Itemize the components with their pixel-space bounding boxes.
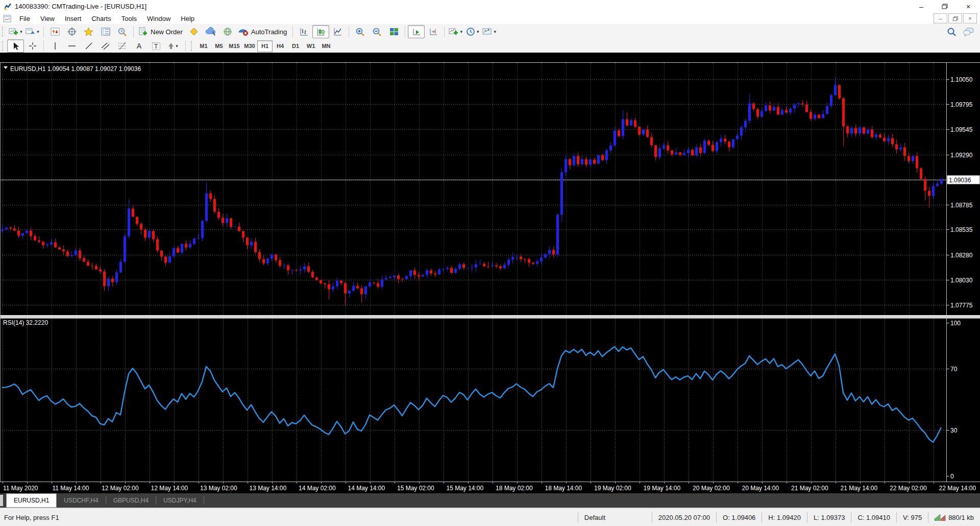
status-high: H: 1.09420 — [762, 512, 807, 523]
menu-view[interactable]: View — [35, 14, 60, 23]
menu-help[interactable]: Help — [176, 14, 200, 23]
auto-scroll-button[interactable] — [408, 25, 425, 38]
price-chart-canvas[interactable]: 1.100501.097951.095451.092901.087851.085… — [0, 53, 980, 493]
profiles-button[interactable]: ▾ — [24, 25, 41, 38]
favorites-button[interactable] — [80, 25, 97, 38]
arrows-tool-button[interactable]: ▾ — [164, 39, 181, 53]
tab-gbpusd-h4[interactable]: GBPUSD,H4 — [106, 494, 156, 507]
new-order-button[interactable]: New Order — [136, 25, 186, 38]
svg-text:1.08785: 1.08785 — [950, 202, 973, 209]
candlestick-chart-button[interactable] — [312, 25, 329, 38]
toolbar-separator — [43, 40, 44, 52]
svg-text:1.10050: 1.10050 — [950, 76, 973, 83]
timeframe-m30-button[interactable]: M30 — [242, 40, 257, 52]
menu-charts[interactable]: Charts — [86, 14, 116, 23]
metaeditor-button[interactable] — [186, 25, 203, 38]
menu-tools[interactable]: Tools — [116, 14, 142, 23]
svg-text:1.09545: 1.09545 — [950, 126, 973, 133]
horizontal-line-tool-button[interactable] — [63, 39, 80, 53]
toolbar-grip[interactable] — [2, 27, 5, 37]
timeframe-m15-button[interactable]: M15 — [227, 40, 242, 52]
standard-toolbar: ▾ ▾ New Order AutoTrading — [0, 24, 980, 40]
svg-text:14 May 02:00: 14 May 02:00 — [299, 485, 336, 492]
restore-button[interactable] — [933, 0, 957, 13]
menu-file[interactable]: File — [14, 14, 35, 23]
zoom-in-button[interactable] — [352, 25, 369, 38]
timeframe-m5-button[interactable]: M5 — [211, 40, 227, 52]
mdi-restore-button[interactable] — [948, 13, 962, 23]
channel-tool-button[interactable] — [97, 39, 114, 53]
templates-button[interactable]: ▾ — [481, 25, 498, 38]
svg-text:1.09290: 1.09290 — [950, 152, 973, 159]
svg-text:20 May 02:00: 20 May 02:00 — [693, 485, 730, 492]
navigator-button[interactable] — [63, 25, 80, 38]
fibonacci-tool-button[interactable] — [114, 39, 131, 53]
svg-text:12 May 02:00: 12 May 02:00 — [102, 485, 139, 492]
svg-text:1.09036: 1.09036 — [949, 177, 971, 184]
timeframe-d1-button[interactable]: D1 — [288, 40, 303, 52]
new-chart-button[interactable]: ▾ — [7, 25, 24, 38]
window-title: 140083390: CMTrading-Live - [EURUSD,H1] — [15, 3, 146, 10]
text-label-tool-button[interactable]: T — [148, 39, 164, 53]
periods-button[interactable]: ▾ — [464, 25, 481, 38]
svg-text:21 May 02:00: 21 May 02:00 — [791, 485, 828, 492]
bar-chart-button[interactable] — [296, 25, 312, 38]
svg-text:13 May 14:00: 13 May 14:00 — [250, 485, 287, 492]
vertical-line-tool-button[interactable] — [46, 39, 63, 53]
app-logo-icon — [4, 3, 12, 11]
svg-text:12 May 14:00: 12 May 14:00 — [151, 485, 188, 492]
status-datetime: 2020.05.20 07:00 — [652, 512, 716, 523]
toolbar-grip[interactable] — [191, 41, 194, 51]
connection-bars-icon — [935, 514, 946, 521]
terminal-button[interactable] — [97, 25, 114, 38]
expert-advisors-button[interactable] — [203, 25, 219, 38]
svg-text:100: 100 — [950, 320, 961, 327]
tab-usdchf-h4[interactable]: USDCHF,H4 — [57, 494, 105, 507]
tabs-scroll-grip[interactable] — [0, 495, 3, 506]
timeframe-h1-button[interactable]: H1 — [257, 40, 273, 52]
svg-text:1.08280: 1.08280 — [950, 252, 973, 259]
toolbar-separator — [444, 26, 445, 37]
tab-eurusd-h1[interactable]: EURUSD,H1 — [6, 493, 57, 508]
svg-text:21 May 14:00: 21 May 14:00 — [841, 485, 878, 492]
cursor-tool-button[interactable] — [7, 39, 24, 53]
chevron-down-icon: ▾ — [460, 30, 462, 34]
menu-bar: File View Insert Charts Tools Window Hel… — [0, 13, 980, 24]
text-tool-button[interactable]: A — [131, 39, 148, 53]
menu-window[interactable]: Window — [142, 14, 176, 23]
chart-tabs-bar: EURUSD,H1 USDCHF,H4 GBPUSD,H4 USDJPY,H4 — [0, 493, 980, 508]
timeframe-mn-button[interactable]: MN — [318, 40, 334, 52]
timeframe-m1-button[interactable]: M1 — [196, 40, 211, 52]
market-watch-button[interactable] — [46, 25, 63, 38]
toolbar-grip[interactable] — [2, 41, 5, 51]
svg-text:22 May 14:00: 22 May 14:00 — [939, 485, 976, 492]
mdi-minimize-button[interactable]: – — [934, 13, 947, 23]
tab-usdjpy-h4[interactable]: USDJPY,H4 — [156, 494, 203, 507]
indicators-button[interactable]: ▾ — [447, 25, 464, 38]
trendline-tool-button[interactable] — [80, 39, 97, 53]
mdi-close-button[interactable]: × — [963, 13, 977, 23]
zoom-out-button[interactable] — [369, 25, 385, 38]
scripts-button[interactable] — [219, 25, 236, 38]
crosshair-tool-button[interactable] — [24, 39, 41, 53]
minimize-button[interactable]: – — [910, 0, 933, 13]
status-bar: For Help, press F1 Default 2020.05.20 07… — [0, 508, 980, 526]
svg-text:11 May 2020: 11 May 2020 — [3, 485, 38, 492]
search-button[interactable] — [943, 25, 960, 38]
tab-separator — [204, 496, 204, 505]
autotrading-button[interactable]: AutoTrading — [236, 25, 290, 38]
new-order-label: New Order — [149, 28, 184, 36]
toolbar-separator — [133, 26, 134, 37]
status-traffic: 880/1 kb — [948, 514, 974, 521]
strategy-tester-button[interactable] — [114, 25, 131, 38]
svg-text:19 May 14:00: 19 May 14:00 — [644, 485, 681, 492]
close-button[interactable]: × — [957, 0, 980, 13]
timeframe-h4-button[interactable]: H4 — [273, 40, 288, 52]
timeframe-w1-button[interactable]: W1 — [303, 40, 318, 52]
tile-windows-button[interactable] — [385, 25, 402, 38]
chart-shift-button[interactable] — [425, 25, 442, 38]
chart-area[interactable]: 1.100501.097951.095451.092901.087851.085… — [0, 53, 980, 493]
chat-button[interactable] — [960, 25, 977, 38]
menu-insert[interactable]: Insert — [60, 14, 87, 23]
line-chart-button[interactable] — [329, 25, 346, 38]
